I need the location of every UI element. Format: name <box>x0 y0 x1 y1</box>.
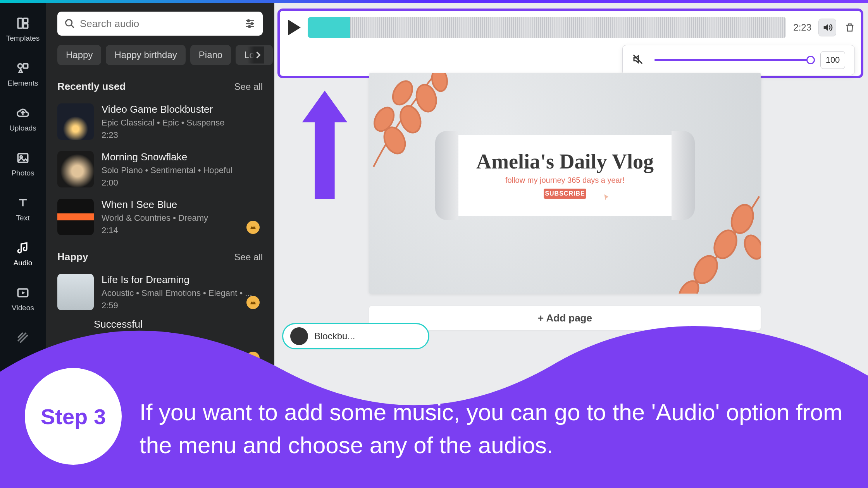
chip-row: Happy Happy birthday Piano Love <box>57 45 263 65</box>
videos-icon <box>15 285 31 301</box>
track-duration: 2:59 <box>102 301 252 311</box>
rail-label: Photos <box>11 169 34 177</box>
chip-happy-birthday[interactable]: Happy birthday <box>106 45 185 65</box>
templates-icon <box>15 15 31 31</box>
play-button[interactable] <box>288 20 301 35</box>
chip-piano[interactable]: Piano <box>190 45 231 65</box>
track-thumb <box>57 199 94 235</box>
track-name: When I See Blue <box>102 199 208 211</box>
chip-scroll-right[interactable] <box>247 46 264 64</box>
track-name: Life Is for Dreaming <box>102 274 252 286</box>
track-item[interactable]: Morning Snowflake Solo Piano • Sentiment… <box>57 151 263 188</box>
sidebar-item-more[interactable] <box>0 327 46 352</box>
sidebar-item-uploads[interactable]: Uploads <box>0 102 46 136</box>
volume-value[interactable]: 100 <box>820 51 845 69</box>
text-icon <box>15 195 31 211</box>
rail-label: Uploads <box>9 124 36 132</box>
track-desc: Sentimental <box>94 333 143 343</box>
rail-label: Text <box>16 214 30 222</box>
svg-rect-5 <box>18 154 28 163</box>
premium-badge-icon <box>246 221 260 234</box>
track-name: Video Game Blockbuster <box>102 103 224 115</box>
left-rail: Templates Elements Uploads Photos Text A… <box>0 3 46 488</box>
audio-icon <box>15 240 31 256</box>
cursor-icon <box>602 194 610 202</box>
timeline-audio-pill[interactable]: Blockbu... <box>282 323 429 349</box>
elements-icon <box>15 60 31 76</box>
mute-icon[interactable] <box>632 53 645 67</box>
search-input[interactable] <box>80 18 239 30</box>
rail-label: Elements <box>7 79 38 88</box>
svg-rect-1 <box>23 18 28 22</box>
torn-paper-card: Amelia's Daily Vlog follow my journey 36… <box>455 135 675 216</box>
audio-toolbar: 2:23 100 <box>277 9 863 78</box>
search-icon <box>64 18 75 29</box>
seeall-recent[interactable]: See all <box>234 81 263 92</box>
filter-icon[interactable] <box>244 18 256 29</box>
track-item[interactable]: Life Is for Dreaming Acoustic • Small Em… <box>57 274 263 311</box>
track-duration: 2:14 <box>102 225 208 235</box>
track-desc: Acoustic • Small Emotions • Elegant • ..… <box>102 288 252 298</box>
premium-badge-icon <box>246 296 260 309</box>
track-name: Successful <box>94 318 143 330</box>
track-desc: Epic Classical • Epic • Suspense <box>102 118 224 128</box>
annotation-arrow-icon <box>301 91 348 201</box>
rail-label: Templates <box>6 34 40 43</box>
track-thumb <box>57 274 94 310</box>
canvas-area: 2:23 100 <box>274 3 868 488</box>
sidebar-item-photos[interactable]: Photos <box>0 147 46 180</box>
search-box <box>57 12 263 36</box>
page-title: Amelia's Daily Vlog <box>455 135 675 174</box>
rail-label: Videos <box>12 304 34 312</box>
track-duration: 2:23 <box>102 130 224 140</box>
subscribe-button: SUBSCRIBE <box>544 189 586 199</box>
volume-slider[interactable] <box>654 59 811 61</box>
section-title-happy: Happy <box>57 251 88 263</box>
seeall-happy[interactable]: See all <box>234 252 263 263</box>
svg-point-8 <box>66 20 72 26</box>
premium-badge-icon <box>246 352 260 365</box>
track-thumb <box>57 151 94 187</box>
audio-panel: Happy Happy birthday Piano Love Recently… <box>46 3 274 488</box>
svg-point-3 <box>18 64 22 68</box>
sidebar-item-audio[interactable]: Audio <box>0 237 46 270</box>
audio-waveform[interactable] <box>308 17 786 38</box>
design-page[interactable]: Amelia's Daily Vlog follow my journey 36… <box>369 73 761 294</box>
track-thumb <box>57 103 94 140</box>
audio-duration: 2:23 <box>793 22 811 33</box>
rail-label: Audio <box>14 259 33 267</box>
svg-rect-4 <box>23 64 28 68</box>
chip-happy[interactable]: Happy <box>57 45 101 65</box>
svg-point-22 <box>741 232 761 261</box>
track-duration: 2:00 <box>102 178 232 188</box>
uploads-icon <box>15 105 31 121</box>
volume-popover: 100 <box>622 45 855 75</box>
delete-audio-button[interactable] <box>843 21 856 34</box>
pill-thumb <box>290 327 308 345</box>
sidebar-item-elements[interactable]: Elements <box>0 57 46 91</box>
track-item[interactable]: Video Game Blockbuster Epic Classical • … <box>57 103 263 140</box>
pill-label: Blockbu... <box>314 331 421 342</box>
volume-button[interactable] <box>818 19 836 36</box>
section-title-recent: Recently used <box>57 81 126 93</box>
track-item[interactable]: When I See Blue World & Countries • Drea… <box>57 199 263 235</box>
photos-icon <box>15 150 31 166</box>
track-item[interactable]: Successful Sentimental <box>57 318 263 355</box>
sidebar-item-text[interactable]: Text <box>0 192 46 225</box>
svg-rect-2 <box>23 24 28 28</box>
track-desc: Solo Piano • Sentimental • Hopeful <box>102 165 232 175</box>
hatch-icon <box>15 330 31 345</box>
svg-rect-0 <box>18 18 22 28</box>
track-desc: World & Countries • Dreamy <box>102 213 208 223</box>
sidebar-item-templates[interactable]: Templates <box>0 12 46 46</box>
track-name: Morning Snowflake <box>102 151 232 163</box>
page-subtitle: follow my journey 365 days a year! <box>455 176 675 185</box>
add-page-button[interactable]: + Add page <box>369 306 761 330</box>
sidebar-item-videos[interactable]: Videos <box>0 282 46 315</box>
